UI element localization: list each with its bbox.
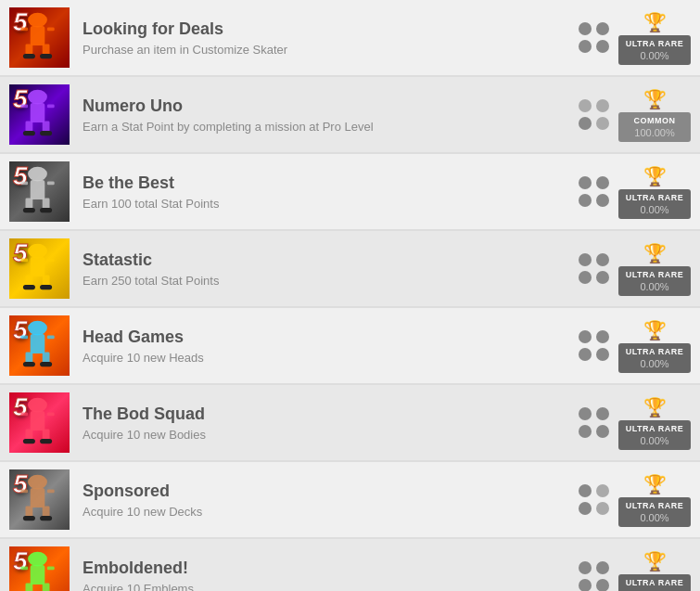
dot-tl (579, 22, 592, 35)
achievement-icon-looking-for-deals: 5 (9, 7, 70, 68)
achievement-desc-head-games: Acquire 10 new Heads (83, 351, 579, 365)
svg-rect-63 (47, 566, 55, 570)
svg-rect-1 (31, 26, 45, 45)
dot-tr (596, 484, 609, 497)
svg-rect-13 (40, 131, 52, 135)
achievement-icon-emboldened: 5 (9, 546, 70, 591)
rarity-box-looking-for-deals: ULTRA RARE 0.00% (618, 35, 691, 65)
achievement-title-statastic: Statastic (83, 251, 579, 270)
dot-br (596, 117, 609, 130)
dot-tl (579, 407, 592, 420)
svg-point-48 (28, 475, 47, 490)
dot-bl (579, 579, 592, 591)
achievement-title-numero-uno: Numero Uno (83, 96, 579, 116)
skater-icon-sponsored (9, 469, 68, 528)
achievement-row-head-games[interactable]: 5 Head Games Acquire 10 new Heads (0, 308, 700, 385)
achievement-badge-sponsored: 🏆 ULTRA RARE 0.00% (618, 473, 691, 527)
svg-rect-20 (23, 208, 35, 212)
rarity-box-numero-uno: COMMON 100.00% (618, 112, 691, 142)
svg-rect-21 (40, 208, 52, 212)
achievement-badge-numero-uno: 🏆 COMMON 100.00% (618, 88, 691, 142)
svg-point-8 (28, 90, 47, 105)
svg-rect-6 (20, 27, 28, 31)
trophy-icon-the-bod-squad: 🏆 (643, 396, 667, 418)
achievement-dots-looking-for-deals (579, 22, 609, 53)
svg-rect-58 (26, 584, 33, 591)
achievement-row-be-the-best[interactable]: 5 Be the Best Earn 100 total Stat Points (0, 154, 700, 231)
svg-rect-25 (31, 257, 45, 276)
svg-rect-36 (23, 362, 35, 366)
rarity-label-be-the-best: ULTRA RARE (620, 193, 689, 202)
achievement-info-be-the-best: Be the Best Earn 100 total Stat Points (83, 173, 579, 211)
rarity-pct-be-the-best: 0.00% (620, 204, 689, 215)
dot-bl (579, 348, 592, 361)
svg-rect-4 (23, 54, 35, 58)
svg-rect-39 (47, 335, 55, 339)
achievement-title-head-games: Head Games (83, 328, 579, 347)
svg-rect-15 (47, 104, 55, 108)
achievement-dots-head-games (579, 330, 609, 361)
achievement-desc-sponsored: Acquire 10 new Decks (83, 505, 579, 519)
svg-point-16 (28, 167, 47, 182)
svg-rect-44 (23, 439, 35, 443)
dot-tr (596, 561, 609, 574)
achievement-badge-emboldened: 🏆 ULTRA RARE 0.00% (618, 550, 691, 592)
trophy-icon-looking-for-deals: 🏆 (643, 11, 667, 33)
achievement-dots-the-bod-squad (579, 407, 609, 438)
achievement-row-numero-uno[interactable]: 5 Numero Uno Earn a Stat Point by comple… (0, 77, 700, 154)
svg-rect-55 (47, 489, 55, 493)
svg-point-24 (28, 244, 47, 259)
dot-bl (579, 40, 592, 53)
svg-rect-53 (40, 516, 52, 520)
achievement-dots-emboldened (579, 561, 609, 591)
achievement-icon-be-the-best: 5 (9, 161, 70, 222)
dot-bl (579, 117, 592, 130)
achievement-info-statastic: Statastic Earn 250 total Stat Points (83, 251, 579, 288)
achievement-info-looking-for-deals: Looking for Deals Purchase an item in Cu… (83, 19, 579, 57)
dot-tr (596, 407, 609, 420)
rarity-pct-looking-for-deals: 0.00% (620, 50, 689, 61)
achievement-list: 5 Looking for Deals Purchase an item in … (0, 0, 700, 591)
achievement-row-looking-for-deals[interactable]: 5 Looking for Deals Purchase an item in … (0, 0, 700, 77)
achievement-title-sponsored: Sponsored (83, 482, 579, 501)
svg-rect-12 (23, 131, 35, 135)
svg-rect-37 (40, 362, 52, 366)
skater-icon-be-the-best (9, 161, 68, 220)
skater-icon-numero-uno (9, 84, 68, 143)
dot-br (596, 40, 609, 53)
dot-tl (579, 176, 592, 189)
dot-br (596, 579, 609, 591)
skater-icon-looking-for-deals (9, 7, 68, 66)
svg-rect-54 (20, 489, 28, 493)
rarity-box-head-games: ULTRA RARE 0.00% (618, 343, 691, 373)
skater-icon-statastic (9, 238, 68, 297)
svg-rect-47 (47, 412, 55, 416)
achievement-badge-looking-for-deals: 🏆 ULTRA RARE 0.00% (618, 11, 691, 65)
achievement-title-looking-for-deals: Looking for Deals (83, 19, 579, 39)
dot-bl (579, 425, 592, 438)
svg-rect-45 (40, 439, 52, 443)
skater-icon-head-games (9, 315, 68, 374)
dot-br (596, 502, 609, 515)
achievement-row-sponsored[interactable]: 5 Sponsored Acquire 10 new Decks (0, 462, 700, 539)
achievement-row-the-bod-squad[interactable]: 5 The Bod Squad Acquire 10 new Bodies (0, 385, 700, 462)
dot-br (596, 194, 609, 207)
achievement-desc-be-the-best: Earn 100 total Stat Points (83, 197, 579, 211)
achievement-row-emboldened[interactable]: 5 Emboldened! Acquire 10 Emblems (0, 539, 700, 591)
dot-tl (579, 561, 592, 574)
svg-rect-41 (31, 411, 45, 430)
dot-br (596, 271, 609, 284)
svg-rect-33 (31, 334, 45, 353)
dot-bl (579, 271, 592, 284)
svg-point-56 (28, 552, 47, 567)
achievement-row-statastic[interactable]: 5 Statastic Earn 250 total Stat Points (0, 231, 700, 308)
svg-rect-57 (31, 565, 45, 585)
rarity-label-numero-uno: COMMON (620, 116, 689, 125)
achievement-info-head-games: Head Games Acquire 10 new Heads (83, 328, 579, 365)
dot-tr (596, 330, 609, 343)
achievement-desc-statastic: Earn 250 total Stat Points (83, 274, 579, 288)
achievement-desc-the-bod-squad: Acquire 10 new Bodies (83, 428, 579, 442)
dot-tr (596, 176, 609, 189)
trophy-icon-numero-uno: 🏆 (643, 88, 667, 110)
rarity-box-sponsored: ULTRA RARE 0.00% (618, 497, 691, 527)
